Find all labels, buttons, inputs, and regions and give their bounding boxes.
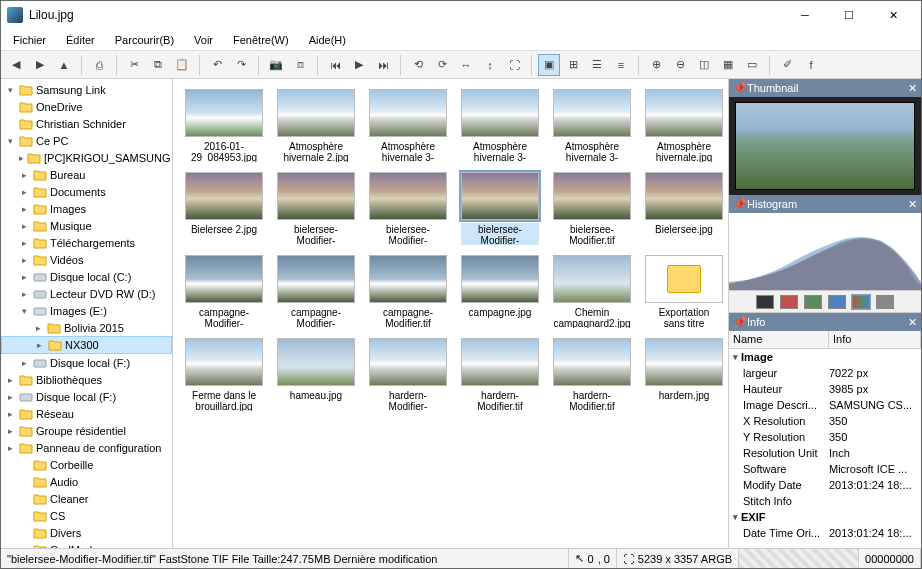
tree-node[interactable]: ▸Images: [1, 200, 172, 217]
tree-node[interactable]: ▸Panneau de configuration: [1, 439, 172, 456]
full-button[interactable]: ▦: [717, 54, 739, 76]
thumbnail-item[interactable]: Atmosphère hivernale 3-Modi...: [369, 89, 447, 162]
thumbnail-item[interactable]: bielersee-Modifier-Modifier-Modifi...: [277, 172, 355, 245]
channel-g[interactable]: [804, 295, 822, 309]
thumbnail-item[interactable]: Chemin campagnard2.jpg: [553, 255, 631, 328]
close-button[interactable]: ✕: [871, 1, 915, 29]
tree-node[interactable]: ▸Vidéos: [1, 251, 172, 268]
thumbnail-item[interactable]: hameau.jpg: [277, 338, 355, 411]
tree-node[interactable]: Cleaner: [1, 490, 172, 507]
tree-node[interactable]: ▾Ce PC: [1, 132, 172, 149]
thumbnail-item[interactable]: Ferme dans le brouillard.jpg: [185, 338, 263, 411]
tree-node[interactable]: ▸Bibliothèques: [1, 371, 172, 388]
expand-icon[interactable]: ▸: [33, 322, 44, 333]
expand-icon[interactable]: ▸: [19, 169, 30, 180]
thumbnail-item[interactable]: Bielersee.jpg: [645, 172, 723, 245]
close-icon[interactable]: ✕: [908, 198, 917, 211]
tree-node[interactable]: ▸Lecteur DVD RW (D:): [1, 285, 172, 302]
expand-icon[interactable]: [5, 118, 16, 129]
tree-node[interactable]: ▸Documents: [1, 183, 172, 200]
tree-node[interactable]: ▸Bureau: [1, 166, 172, 183]
thumbnail-item[interactable]: campagne-Modifier-Modifier-2.tif: [185, 255, 263, 328]
expand-icon[interactable]: ▸: [19, 237, 30, 248]
tree-node[interactable]: ▾Samsung Link: [1, 81, 172, 98]
expand-icon[interactable]: ▸: [5, 374, 16, 385]
view-list-button[interactable]: ☰: [586, 54, 608, 76]
thumbnail-item[interactable]: 2016-01-29_084953.jpg: [185, 89, 263, 162]
zoom-out-button[interactable]: ⊖: [669, 54, 691, 76]
tree-node[interactable]: GodMode: [1, 541, 172, 548]
thumbnail-item[interactable]: Atmosphère hivernale.jpg: [645, 89, 723, 162]
flip-v-button[interactable]: ↕: [479, 54, 501, 76]
tree-node[interactable]: ▾Images (E:): [1, 302, 172, 319]
zoom-in-button[interactable]: ⊕: [645, 54, 667, 76]
fb-button[interactable]: f: [800, 54, 822, 76]
tree-node[interactable]: ▸[PC]KRIGOU_SAMSUNG: [1, 149, 172, 166]
maximize-button[interactable]: ☐: [827, 1, 871, 29]
pin-icon[interactable]: 📌: [733, 316, 747, 329]
camera-button[interactable]: 📷: [265, 54, 287, 76]
thumbnail-item[interactable]: hardern-Modifier.tif: [461, 338, 539, 411]
expand-icon[interactable]: [19, 527, 30, 538]
thumbnail-item[interactable]: hardern.jpg: [645, 338, 723, 411]
print-button[interactable]: ⎙: [88, 54, 110, 76]
channel-lum[interactable]: [756, 295, 774, 309]
tree-node[interactable]: ▸Réseau: [1, 405, 172, 422]
tree-node[interactable]: ▸Musique: [1, 217, 172, 234]
paste-button[interactable]: 📋: [171, 54, 193, 76]
expand-icon[interactable]: ▸: [19, 288, 30, 299]
expand-icon[interactable]: ▸: [19, 220, 30, 231]
tree-node[interactable]: ▸Disque local (C:): [1, 268, 172, 285]
thumbnail-item[interactable]: Atmosphère hivernale 3-Modi...: [461, 89, 539, 162]
expand-icon[interactable]: ▸: [34, 340, 45, 351]
tree-node[interactable]: ▸Téléchargements: [1, 234, 172, 251]
expand-icon[interactable]: ▸: [19, 152, 24, 163]
expand-icon[interactable]: [19, 476, 30, 487]
expand-icon[interactable]: ▾: [5, 135, 16, 146]
first-button[interactable]: ⏮: [324, 54, 346, 76]
scan-button[interactable]: ⧈: [289, 54, 311, 76]
fwd-button[interactable]: ▶: [29, 54, 51, 76]
tree-node[interactable]: ▸Bolivia 2015: [1, 319, 172, 336]
tree-node[interactable]: OneDrive: [1, 98, 172, 115]
pin-icon[interactable]: 📌: [733, 82, 747, 95]
expand-icon[interactable]: ▸: [19, 186, 30, 197]
expand-icon[interactable]: ▾: [19, 305, 30, 316]
thumbnail-item[interactable]: hardern-Modifier-Modifier.tif: [369, 338, 447, 411]
tree-node[interactable]: ▸NX300: [1, 336, 172, 354]
tree-node[interactable]: Audio: [1, 473, 172, 490]
menu-diter[interactable]: Éditer: [58, 32, 103, 48]
tree-node[interactable]: Divers: [1, 524, 172, 541]
flip-h-button[interactable]: ↔: [455, 54, 477, 76]
expand-icon[interactable]: ▸: [5, 408, 16, 419]
close-icon[interactable]: ✕: [908, 82, 917, 95]
thumbnail-item[interactable]: campagne-Modifier-Modifier.tif: [277, 255, 355, 328]
copy-button[interactable]: ⧉: [147, 54, 169, 76]
thumbnail-item[interactable]: Bielersee 2.jpg: [185, 172, 263, 245]
channel-gray[interactable]: [876, 295, 894, 309]
expand-icon[interactable]: ▸: [5, 391, 16, 402]
tree-node[interactable]: ▸Disque local (F:): [1, 354, 172, 371]
expand-icon[interactable]: ▸: [5, 442, 16, 453]
menu-parcourirb[interactable]: Parcourir(B): [107, 32, 182, 48]
tree-node[interactable]: Corbeille: [1, 456, 172, 473]
thumbnail-item[interactable]: campagne.jpg: [461, 255, 539, 328]
thumbnail-item[interactable]: bielersee-Modifier-Modifier.tif: [461, 172, 539, 245]
expand-icon[interactable]: [5, 101, 16, 112]
expand-icon[interactable]: ▸: [19, 357, 30, 368]
close-icon[interactable]: ✕: [908, 316, 917, 329]
tree-node[interactable]: ▸Groupe résidentiel: [1, 422, 172, 439]
channel-b[interactable]: [828, 295, 846, 309]
menu-voir[interactable]: Voir: [186, 32, 221, 48]
expand-icon[interactable]: [19, 459, 30, 470]
rotate-l-button[interactable]: ⟲: [407, 54, 429, 76]
expand-icon[interactable]: [19, 493, 30, 504]
rotate-r-button[interactable]: ⟳: [431, 54, 453, 76]
fit-button[interactable]: ◫: [693, 54, 715, 76]
thumbnail-item[interactable]: bielersee-Modifier-Modifier-Modifi...: [369, 172, 447, 245]
up-button[interactable]: ▲: [53, 54, 75, 76]
thumbnail-item[interactable]: hardern-Modifier.tif: [553, 338, 631, 411]
tree-node[interactable]: CS: [1, 507, 172, 524]
tree-node[interactable]: ▸Disque local (F:): [1, 388, 172, 405]
channel-rgb[interactable]: [852, 295, 870, 309]
